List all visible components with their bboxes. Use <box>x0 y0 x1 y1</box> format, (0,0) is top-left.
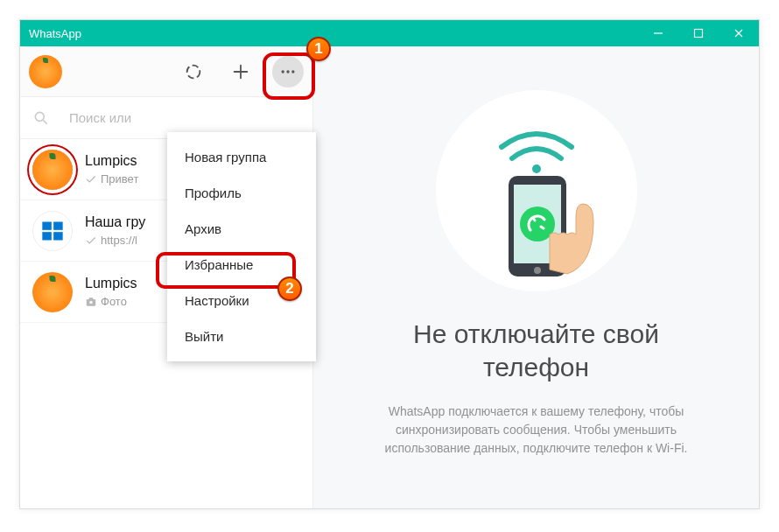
titlebar: WhatsApp <box>20 20 759 46</box>
annotation-marker-1: 1 <box>306 37 331 61</box>
svg-rect-14 <box>42 232 52 240</box>
svg-point-23 <box>534 267 541 274</box>
checkmark-icon <box>85 173 97 186</box>
main-panel: Не отключайте свой телефон WhatsApp подк… <box>313 46 759 508</box>
window-title: WhatsApp <box>29 27 81 40</box>
sidebar-header <box>20 46 312 97</box>
menu-item-logout[interactable]: Выйти <box>167 318 316 354</box>
svg-rect-15 <box>53 232 62 240</box>
menu-item-archive[interactable]: Архив <box>167 211 316 247</box>
annotation-marker-2: 2 <box>277 276 302 301</box>
sidebar: Поиск или Lumpics Привет <box>20 46 313 508</box>
camera-icon <box>85 296 97 308</box>
main-description: WhatsApp подключается к вашему телефону,… <box>353 402 720 458</box>
maximize-button[interactable] <box>678 20 719 46</box>
search-icon <box>32 109 50 127</box>
svg-point-7 <box>282 70 284 73</box>
chat-avatar <box>32 150 73 190</box>
svg-point-9 <box>291 70 294 73</box>
menu-button[interactable] <box>272 56 304 88</box>
close-button[interactable] <box>719 20 759 46</box>
svg-line-11 <box>44 120 47 123</box>
svg-point-10 <box>35 112 44 121</box>
svg-point-4 <box>187 65 200 78</box>
menu-item-profile[interactable]: Профиль <box>167 175 316 211</box>
minimize-button[interactable] <box>638 20 678 46</box>
search-placeholder: Поиск или <box>69 110 131 125</box>
svg-point-19 <box>532 164 541 173</box>
chat-avatar <box>32 211 73 251</box>
svg-rect-18 <box>89 298 94 299</box>
chat-subtitle: https://l <box>101 234 137 247</box>
avatar[interactable] <box>29 55 62 88</box>
menu-item-new-group[interactable]: Новая группа <box>167 139 316 175</box>
main-title: Не отключайте свой телефон <box>413 318 659 383</box>
new-chat-button[interactable] <box>225 56 256 88</box>
svg-point-17 <box>89 300 93 304</box>
app-window: WhatsApp <box>19 19 760 509</box>
svg-rect-12 <box>42 221 52 229</box>
checkmark-icon <box>85 234 97 247</box>
chat-subtitle: Фото <box>101 295 127 308</box>
svg-rect-1 <box>695 30 703 38</box>
illustration <box>423 81 650 300</box>
svg-point-8 <box>286 70 289 73</box>
svg-rect-13 <box>53 221 62 229</box>
chat-avatar <box>32 272 73 312</box>
dropdown-menu: Новая группа Профиль Архив Избранные Нас… <box>167 132 316 361</box>
chat-subtitle: Привет <box>101 172 138 186</box>
status-button[interactable] <box>178 56 209 88</box>
